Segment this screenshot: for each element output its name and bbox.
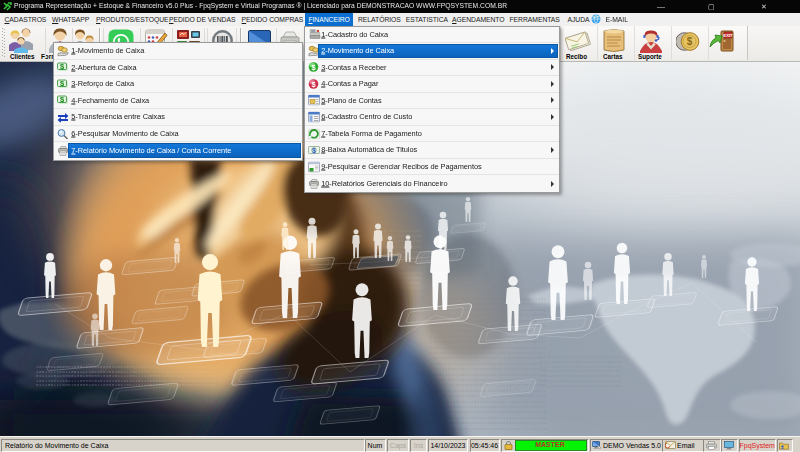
svg-text:0111001100110001100101000010: 0111001100110001100101000010: [540, 360, 622, 364]
svg-text:1011011111010110010100001100: 1011011111010110010100001100: [540, 384, 622, 388]
svg-text:$: $: [312, 147, 316, 155]
svg-text:0111100010110011011001100110: 0111100010110011011001100110: [540, 365, 622, 369]
svg-text:0001111010101111010101100100: 0001111010101111010101100100: [540, 369, 622, 373]
svg-text:0011011000001001111011011110: 0011011000001001111011011110: [540, 379, 622, 383]
svg-text:0010110110101011101010011011: 0010110110101011101010011011: [540, 355, 622, 359]
svg-text:0101010111100101011110001111: 0101010111100101011110001111: [540, 374, 622, 378]
svg-text:EXIT: EXIT: [723, 32, 733, 37]
svg-text:$: $: [687, 36, 693, 47]
